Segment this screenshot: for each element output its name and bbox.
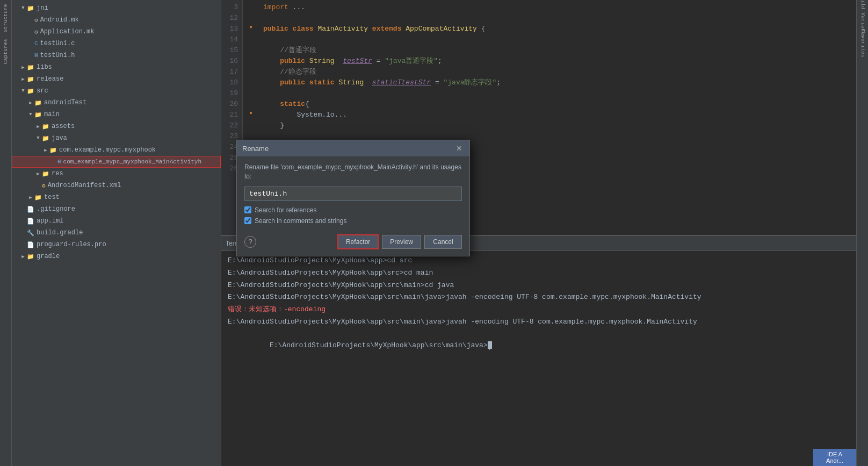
main-label: main xyxy=(44,111,60,118)
libs-label: libs xyxy=(37,63,52,71)
manifest-icon: ⚙ xyxy=(42,182,46,189)
gitignore-icon: 📄 xyxy=(27,206,34,213)
tree-item-java[interactable]: ▼ 📁 java xyxy=(12,132,221,144)
build-gradle-label: build.gradle xyxy=(37,229,83,236)
code-static-block: static xyxy=(263,99,305,110)
tree-item-proguard[interactable]: 📄 proguard-rules.pro xyxy=(12,239,221,250)
code-public2: public xyxy=(263,56,309,67)
captures-panel-toggle[interactable]: Captures xyxy=(1,35,11,68)
dialog-help-button[interactable]: ? xyxy=(244,236,256,248)
gradle-icon: 🔧 xyxy=(27,230,34,236)
mainactivity-h-icon: H xyxy=(57,159,61,165)
ide-badge-line1: IDE A xyxy=(818,451,852,457)
iml-icon: 📄 xyxy=(27,218,34,225)
gradle-folder-label: gradle xyxy=(37,253,60,260)
tree-item-gradle-folder[interactable]: ▶ 📁 gradle xyxy=(12,250,221,262)
code-close-brace1: } xyxy=(263,120,284,131)
gradle-folder-icon: 📁 xyxy=(27,253,34,260)
code-sysload: System.lo... xyxy=(263,110,347,120)
proguard-label: proguard-rules.pro xyxy=(37,241,106,248)
tree-item-app-iml[interactable]: 📄 app.iml xyxy=(12,215,221,227)
java-label: java xyxy=(52,134,67,142)
dialog-close-button[interactable]: ✕ xyxy=(454,144,464,153)
ide-badge[interactable]: IDE A Andr... xyxy=(813,449,856,466)
folder-icon: 📁 xyxy=(27,5,34,12)
manifest-label: AndroidManifest.xml xyxy=(48,182,121,189)
mk-icon: ⚙ xyxy=(34,17,38,24)
tree-item-testuni-c[interactable]: C testUni.c xyxy=(12,38,221,49)
search-comments-label: Search in comments and strings xyxy=(255,217,346,225)
code-comment2: //静态字段 xyxy=(263,67,316,77)
res-label: res xyxy=(52,170,63,177)
src-label: src xyxy=(37,87,48,95)
tree-item-testuni-h[interactable]: H testUni.h xyxy=(12,49,221,61)
code-parent-class: AppCompatActivity xyxy=(406,24,481,34)
test-folder-icon: 📁 xyxy=(34,194,42,201)
libs-folder-icon: 📁 xyxy=(27,64,34,71)
terminal-line-4: E:\AndroidStudioProjects\MyXpHook\app\sr… xyxy=(228,292,850,303)
tree-item-com-example[interactable]: ▶ 📁 com.example.mypc.myxphook xyxy=(12,144,221,156)
tree-item-libs[interactable]: ▶ 📁 libs xyxy=(12,61,221,73)
com-example-folder-icon: 📁 xyxy=(49,147,57,154)
tree-item-androidtest[interactable]: ▶ 📁 androidTest xyxy=(12,97,221,109)
tree-item-main[interactable]: ▼ 📁 main xyxy=(12,109,221,120)
terminal-content[interactable]: E:\AndroidStudioProjects\MyXpHook\app>cd… xyxy=(221,251,856,466)
tree-item-gitignore[interactable]: 📄 .gitignore xyxy=(12,203,221,215)
mainactivity-h-label: com_example_mypc_myxphook_MainActivityh xyxy=(63,159,201,165)
gitignore-label: .gitignore xyxy=(37,205,75,213)
terminal-line-1: E:\AndroidStudioProjects\MyXpHook\app>cd… xyxy=(228,255,850,267)
search-references-label: Search for references xyxy=(255,206,316,214)
favorites-toggle[interactable]: Favorites xyxy=(857,30,868,57)
release-label: release xyxy=(37,75,63,83)
search-references-checkbox-row[interactable]: Search for references xyxy=(244,206,462,214)
tree-item-android-manifest[interactable]: ⚙ AndroidManifest.xml xyxy=(12,180,221,191)
app-mk-icon: ⚙ xyxy=(34,28,38,35)
search-references-checkbox[interactable] xyxy=(244,206,251,213)
sidebar: ▼ 📁 jni ⚙ Android.mk ⚙ Application.mk C … xyxy=(12,0,221,466)
tree-item-mainactivity-h[interactable]: H com_example_mypc_myxphook_MainActivity… xyxy=(12,156,221,168)
line21-icon: ● xyxy=(249,110,252,116)
preview-button[interactable]: Preview xyxy=(382,235,421,249)
dialog-body: Rename file 'com_example_mypc_myxphook_M… xyxy=(237,156,469,256)
code-static-kw: static xyxy=(309,77,339,88)
androidtest-label: androidTest xyxy=(44,99,86,106)
structure-panel-toggle[interactable]: Structure xyxy=(1,2,11,34)
terminal-line-5: E:\AndroidStudioProjects\MyXpHook\app\sr… xyxy=(228,317,850,328)
code-staticfield-val: "java静态字段" xyxy=(443,77,496,88)
search-comments-checkbox-row[interactable]: Search in comments and strings xyxy=(244,217,462,225)
build-variants-toggle[interactable]: Build Variants xyxy=(857,2,868,29)
terminal-line-2: E:\AndroidStudioProjects\MyXpHook\app\sr… xyxy=(228,268,850,279)
tree-item-release[interactable]: ▶ 📁 release xyxy=(12,73,221,85)
code-public-kw: public xyxy=(263,24,293,34)
code-string-type: String xyxy=(309,56,335,67)
res-folder-icon: 📁 xyxy=(42,170,49,177)
jni-arrow: ▼ xyxy=(20,5,26,11)
search-comments-checkbox[interactable] xyxy=(244,217,251,224)
tree-item-assets[interactable]: ▶ 📁 assets xyxy=(12,120,221,132)
tree-item-src[interactable]: ▼ 📁 src xyxy=(12,85,221,97)
assets-label: assets xyxy=(52,123,75,130)
code-import: import xyxy=(263,2,288,13)
tree-item-res[interactable]: ▶ 📁 res xyxy=(12,168,221,180)
dialog-title: Rename xyxy=(242,145,269,153)
tree-item-test[interactable]: ▶ 📁 test xyxy=(12,191,221,203)
terminal-error-line: 错误：未知选项：-encodeing xyxy=(228,304,850,316)
left-tool-strip: Structure Captures xyxy=(0,0,12,466)
refactor-button[interactable]: Refactor xyxy=(337,234,379,249)
cancel-button[interactable]: Cancel xyxy=(424,235,462,249)
code-public3: public xyxy=(263,77,309,88)
app-iml-label: app.iml xyxy=(37,217,63,225)
assets-folder-icon: 📁 xyxy=(42,123,49,130)
terminal-line-3: E:\AndroidStudioProjects\MyXpHook\app\sr… xyxy=(228,280,850,291)
android-mk-label: Android.mk xyxy=(40,16,79,24)
tree-item-android-mk[interactable]: ⚙ Android.mk xyxy=(12,14,221,26)
code-teststr: testStr xyxy=(343,56,372,67)
proguard-icon: 📄 xyxy=(27,241,34,248)
testuni-c-label: testUni.c xyxy=(40,40,75,47)
tree-item-jni[interactable]: ▼ 📁 jni xyxy=(12,2,221,14)
dialog-checkboxes: Search for references Search in comments… xyxy=(244,206,462,225)
tree-item-application-mk[interactable]: ⚙ Application.mk xyxy=(12,26,221,38)
main-folder-icon: 📁 xyxy=(34,111,42,118)
rename-input[interactable] xyxy=(244,187,462,201)
tree-item-build-gradle[interactable]: 🔧 build.gradle xyxy=(12,227,221,239)
